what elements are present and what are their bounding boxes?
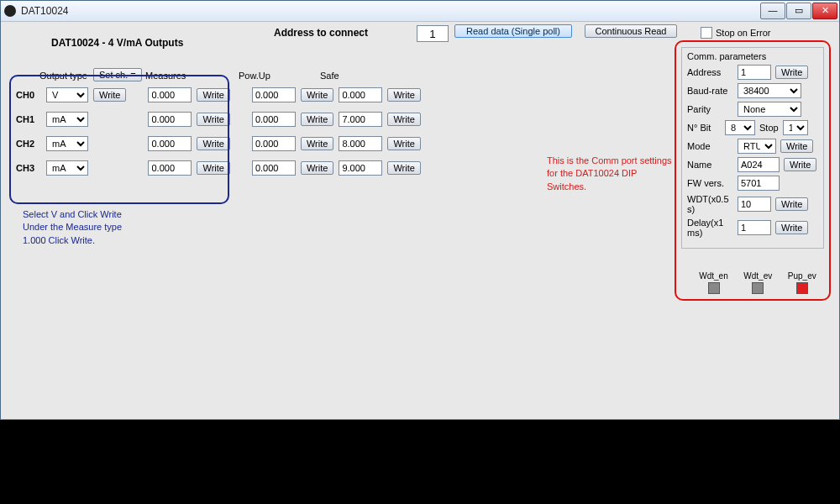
comm-note: This is the Comm port settings for the D… [547, 155, 673, 193]
comm-baud-select[interactable]: 38400 [738, 83, 801, 98]
ch0-safe[interactable] [339, 87, 382, 102]
set-ch-button[interactable]: Set ch. = [93, 68, 142, 81]
comm-baud-label: Baud-rate [687, 86, 733, 96]
comm-delay-write[interactable]: Write [775, 221, 808, 234]
close-button[interactable]: ✕ [812, 3, 837, 19]
read-single-button[interactable]: Read data (Single poll) [454, 24, 572, 38]
comm-fw-label: FW vers. [687, 178, 733, 188]
ch2-safe-write[interactable]: Write [387, 137, 420, 150]
ch0-label: CH0 [16, 90, 41, 100]
comm-title: Comm. parameters [687, 51, 818, 61]
comm-parity-select[interactable]: None [738, 102, 801, 117]
ch3-meas[interactable] [148, 160, 192, 176]
app-window: DAT10024 — ▭ ✕ DAT10024 - 4 V/mA Outputs… [0, 0, 840, 420]
ch0-row: CH0 V Write Write Write Write [16, 87, 421, 102]
ch0-type-select[interactable]: V [46, 87, 88, 102]
comm-nbit-label: N° Bit [687, 123, 721, 133]
comm-name-label: Name [687, 160, 733, 170]
wdt-en-indicator: Wdt_en [699, 271, 727, 294]
window-title: DAT10024 [21, 5, 68, 17]
ch3-safe[interactable] [339, 160, 382, 176]
ch3-powup-write[interactable]: Write [301, 161, 333, 175]
col-measures: Measures [145, 71, 186, 81]
col-safe: Safe [320, 71, 339, 81]
stop-on-error-label: Stop on Error [716, 28, 770, 38]
ch3-label: CH3 [16, 163, 41, 173]
ch1-meas[interactable] [148, 112, 192, 127]
ch2-meas-write[interactable]: Write [197, 137, 229, 150]
comm-wdt-label: WDT(x0.5 s) [687, 194, 733, 214]
ch2-powup-write[interactable]: Write [301, 137, 333, 150]
ch0-powup[interactable] [252, 87, 296, 102]
pup-ev-indicator: Pup_ev [788, 271, 816, 294]
ch1-safe[interactable] [339, 112, 382, 127]
titlebar: DAT10024 — ▭ ✕ [1, 1, 839, 22]
minimize-button[interactable]: — [760, 3, 785, 19]
instruction-note: Select V and Click Write Under the Measu… [23, 208, 122, 247]
wdt-ev-indicator: Wdt_ev [743, 271, 772, 294]
comm-nbit-select[interactable]: 8 [725, 120, 755, 135]
ch3-safe-write[interactable]: Write [387, 161, 420, 175]
ch3-powup[interactable] [252, 160, 296, 176]
ch2-safe[interactable] [339, 136, 382, 151]
comm-fw-input[interactable] [738, 176, 780, 191]
ch1-powup-write[interactable]: Write [301, 113, 333, 126]
comm-parameters-panel: Comm. parameters Address Write Baud-rate… [675, 40, 831, 301]
ch1-safe-write[interactable]: Write [387, 113, 420, 126]
continuous-read-button[interactable]: Continuous Read [585, 24, 677, 38]
ch2-meas[interactable] [148, 136, 192, 151]
comm-parity-label: Parity [687, 104, 733, 114]
comm-mode-select[interactable]: RTU [738, 139, 776, 154]
ch1-meas-write[interactable]: Write [197, 113, 229, 126]
comm-mode-label: Mode [687, 141, 733, 151]
ch2-powup[interactable] [252, 136, 296, 151]
ch3-row: CH3 mA Write Write Write Write [16, 160, 421, 176]
ch2-row: CH2 mA Write Write Write Write [16, 136, 421, 151]
comm-stop-select[interactable]: 1 [783, 120, 808, 135]
ch3-meas-write[interactable]: Write [197, 161, 229, 175]
comm-delay-label: Delay(x1 ms) [687, 218, 733, 238]
col-powup: Pow.Up [239, 71, 270, 81]
ch1-label: CH1 [16, 114, 41, 124]
page-title: DAT10024 - 4 V/mA Outputs [51, 37, 183, 49]
ch1-type-select[interactable]: mA [46, 112, 88, 127]
comm-mode-write[interactable]: Write [780, 139, 813, 153]
ch2-label: CH2 [16, 139, 41, 149]
col-output-type: Output type [39, 71, 87, 81]
comm-wdt-input[interactable] [738, 197, 771, 212]
stop-on-error-checkbox[interactable] [701, 27, 712, 39]
ch1-powup[interactable] [252, 112, 296, 127]
ch0-meas-write[interactable]: Write [197, 88, 229, 102]
ch1-row: CH1 mA Write Write Write Write [16, 112, 421, 127]
ch0-type-write[interactable]: Write [93, 88, 126, 102]
address-label: Address to connect [274, 27, 368, 39]
comm-address-input[interactable] [738, 65, 771, 80]
ch0-powup-write[interactable]: Write [301, 88, 333, 102]
app-icon [4, 5, 16, 17]
comm-delay-input[interactable] [738, 220, 771, 235]
comm-wdt-write[interactable]: Write [775, 197, 808, 211]
ch3-type-select[interactable]: mA [46, 160, 88, 176]
comm-name-write[interactable]: Write [784, 158, 816, 171]
comm-name-input[interactable] [738, 157, 780, 172]
ch2-type-select[interactable]: mA [46, 136, 88, 151]
ch0-meas[interactable] [148, 87, 192, 102]
ch0-safe-write[interactable]: Write [387, 88, 420, 102]
comm-address-label: Address [687, 67, 733, 77]
comm-address-write[interactable]: Write [775, 66, 808, 79]
maximize-button[interactable]: ▭ [786, 3, 811, 19]
comm-stop-label: Stop [759, 123, 779, 133]
address-input[interactable] [417, 25, 449, 42]
